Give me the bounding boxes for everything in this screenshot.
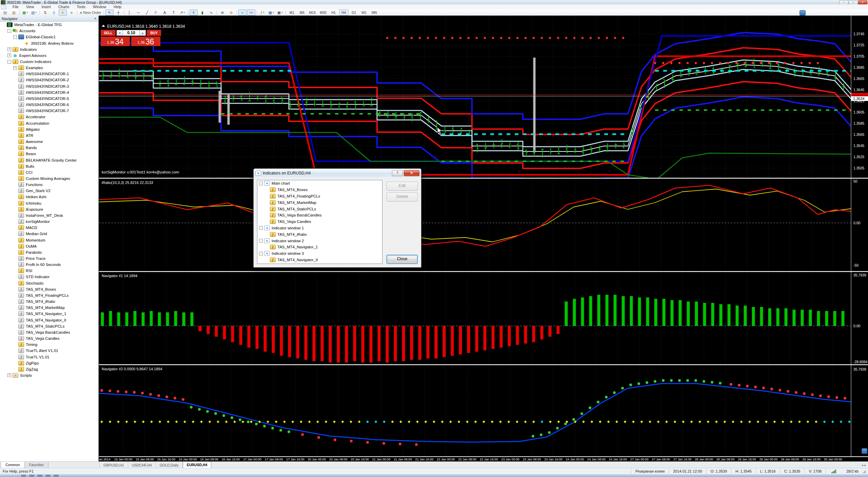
tab-scroll-right-icon[interactable]: ▸ — [864, 463, 866, 467]
chart-tab-usdchf-h4[interactable]: USDCHF,H4 — [128, 462, 156, 468]
horizontal-line-button[interactable]: ─ — [134, 9, 142, 16]
dialog-tree-item[interactable]: ƒTAS_MT4_FloatingPCLs — [257, 193, 382, 200]
navigator-tree-item[interactable]: ƒTrueTL Alert V1.01 — [0, 348, 98, 354]
navigator-tree-item[interactable]: +ƒExamples — [0, 65, 98, 71]
navigator-tree-item[interactable]: ƒMedian Grid — [0, 231, 98, 237]
navigator-tree-item[interactable]: ƒkorSigMonitor — [0, 219, 98, 225]
text-button[interactable]: A — [161, 9, 169, 16]
taskbar-icon[interactable] — [45, 475, 51, 477]
navigator-tree-item[interactable]: ƒ#WSS943!INDICATOR-1 — [0, 71, 98, 77]
taskbar-icon[interactable] — [29, 475, 34, 477]
navigator-tree-item[interactable]: ƒBulls — [0, 163, 98, 169]
navigator-tree-item[interactable]: ƒTAS_MT4_MarketMap — [0, 305, 98, 311]
fibonacci-button[interactable]: F — [152, 9, 160, 16]
delete-button[interactable]: Delete — [387, 192, 418, 202]
volume-value[interactable]: 0.10 — [123, 30, 139, 36]
navigator-tree-item[interactable]: ƒCCI — [0, 169, 98, 175]
candlestick-button[interactable]: ▮ — [198, 9, 206, 16]
navigator-tree-item[interactable]: ƒTAS_MT4_iRatio — [0, 298, 98, 305]
new-chart-button[interactable]: ▦▾ — [21, 9, 29, 16]
chart-corner-icon[interactable] — [862, 448, 867, 454]
volume-down-icon[interactable]: ▼ — [117, 30, 123, 36]
navigator-tree-item[interactable]: ☻3592195: Andrey Bobrov — [0, 40, 98, 46]
navigator-tree-item[interactable]: ƒAlligator — [0, 126, 98, 132]
chart-tab-gold-daily[interactable]: GOLD,Daily — [156, 462, 183, 468]
dialog-close-button[interactable]: ✕ — [404, 170, 419, 176]
dialog-tree-item[interactable]: -∿Indicator window 2 — [257, 237, 382, 244]
dialog-tree-item[interactable]: -∿Indicator window 3 — [257, 250, 382, 257]
print-button[interactable]: ▤ — [1, 9, 9, 16]
navigator-tree-item[interactable]: ƒTAS_MT4_Navigator_II — [0, 317, 98, 323]
menu-insert[interactable]: Insert — [38, 5, 55, 9]
navigator-tree-item[interactable]: ƒStochastic — [0, 280, 98, 286]
navigator-tree-item[interactable]: -Accounts — [0, 28, 98, 34]
edit-button[interactable]: Edit — [387, 182, 418, 191]
navigator-tree-item[interactable]: ƒiExposure — [0, 206, 98, 212]
navigator-tree-item[interactable]: -EGlobal-Classic1 — [0, 34, 98, 40]
navigator-tree-item[interactable]: +ƒIndicators — [0, 46, 98, 53]
navigator-tree-item[interactable]: ƒ#WSS943!INDICATOR-4 — [0, 89, 98, 96]
dialog-tree-item[interactable]: ƒTAS_MT4_MarketMap — [257, 199, 382, 206]
navigator-close-icon[interactable]: ✕ — [94, 17, 97, 20]
expand-icon[interactable]: + — [7, 54, 11, 57]
expand-icon[interactable]: + — [13, 66, 17, 70]
menu-help[interactable]: Help — [110, 5, 125, 9]
navigator-tree-item[interactable]: -ƒCustom Indicators — [0, 59, 98, 65]
terminal-button[interactable]: ≡ — [67, 9, 76, 16]
dialog-tree-item[interactable]: ƒTAS_MT4_Navigator_1 — [257, 244, 382, 250]
taskbar-icon[interactable] — [37, 475, 42, 477]
templates-button[interactable]: ▦▾ — [267, 9, 275, 16]
collapse-icon[interactable]: - — [7, 29, 11, 33]
chart-tab-gbpusd-h1[interactable]: GBPUSD,H1 — [100, 462, 128, 468]
periods-button[interactable]: ▣▾ — [276, 9, 284, 16]
taskbar-icon[interactable] — [54, 475, 59, 477]
zoom-out-button[interactable]: ⊖ — [227, 9, 235, 16]
arrows-button[interactable]: ↗▾ — [178, 9, 186, 16]
navigator-tree-item[interactable]: ƒIchimoku — [0, 200, 98, 206]
navigator-tree-item[interactable]: ƒTiming — [0, 341, 98, 348]
navigator-tree-item[interactable]: ƒMomentum — [0, 237, 98, 243]
text-label-button[interactable]: T — [170, 9, 178, 16]
dialog-help-button[interactable]: ? — [392, 170, 403, 176]
profiles-button[interactable]: ▧▾ — [30, 9, 38, 16]
navigator-tree-item[interactable]: ƒRSI — [0, 268, 98, 274]
collapse-icon[interactable]: - — [259, 182, 263, 185]
taskbar-icon[interactable] — [21, 475, 26, 477]
menu-file[interactable]: File — [9, 5, 22, 9]
dialog-tree-item[interactable]: ƒTAS_Vega Bars&Candles — [257, 212, 382, 219]
timeframe-m1[interactable]: M1 — [287, 9, 297, 16]
navigator-tree-item[interactable]: ƒFunctions — [0, 182, 98, 188]
navigator-tree-item[interactable]: ƒInstaForex_MT_Desk — [0, 212, 98, 219]
vertical-line-button[interactable]: │ — [125, 9, 134, 16]
expand-icon[interactable]: + — [7, 373, 11, 377]
navigator-tree-item[interactable]: ƒProfit In 60 Seconds — [0, 262, 98, 268]
navigator-tree-item[interactable]: ƒ#WSS943!INDICATOR-3 — [0, 83, 98, 89]
navigator-tree-item[interactable]: ƒPrice Trace — [0, 255, 98, 262]
sell-button[interactable]: SELL — [101, 30, 116, 36]
zoom-in-button[interactable]: ⊕ — [218, 9, 226, 16]
timeframe-h4[interactable]: H4 — [339, 9, 349, 16]
bar-chart-button[interactable]: ‖ — [190, 9, 198, 16]
navigator-tree-item[interactable]: MetaTrader - E-Global TFG — [0, 22, 98, 28]
navigator-tree-item[interactable]: ƒZigPips — [0, 360, 98, 366]
new-order-button[interactable]: +New Order — [79, 9, 102, 16]
timeframe-m5[interactable]: M5 — [297, 9, 307, 16]
navigator-tree-item[interactable]: ƒSTD Indicator — [0, 274, 98, 280]
timeframe-mn[interactable]: MN — [370, 9, 379, 16]
dialog-tree-item[interactable]: ƒTAS_Vega Candles — [257, 219, 382, 225]
timeframe-d1[interactable]: D1 — [349, 9, 359, 16]
auto-scroll-button[interactable]: » — [238, 9, 246, 16]
navigator-tree-item[interactable]: ƒParabolic — [0, 249, 98, 255]
timeframe-m15[interactable]: M15 — [308, 9, 317, 16]
navigator-tree-item[interactable]: ƒGen_Starb V2 — [0, 188, 98, 194]
navigator-tree-item[interactable]: ƒAccelerator — [0, 114, 98, 120]
navigator-tree-item[interactable]: ƒOsMA — [0, 243, 98, 249]
navigator-tree-item[interactable]: ƒATR — [0, 132, 98, 139]
navigator-tab-favorites[interactable]: Favorites — [24, 462, 48, 468]
navigator-tree-item[interactable]: ƒHeiken Ashi — [0, 194, 98, 200]
chart-window-icon[interactable]: ∿ — [1, 5, 6, 9]
navigator-tree-item[interactable]: +≡Scripts — [0, 372, 98, 378]
navigator-tree-item[interactable]: ƒ#WSS943!INDICATOR-6 — [0, 102, 98, 108]
toolbar-extra-icon[interactable] — [800, 10, 806, 16]
buy-button[interactable]: BUY — [147, 30, 161, 36]
